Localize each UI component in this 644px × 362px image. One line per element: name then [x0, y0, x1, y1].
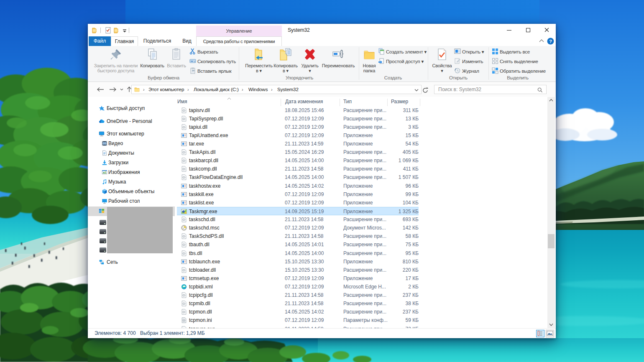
svg-text:?: ?: [549, 39, 552, 44]
